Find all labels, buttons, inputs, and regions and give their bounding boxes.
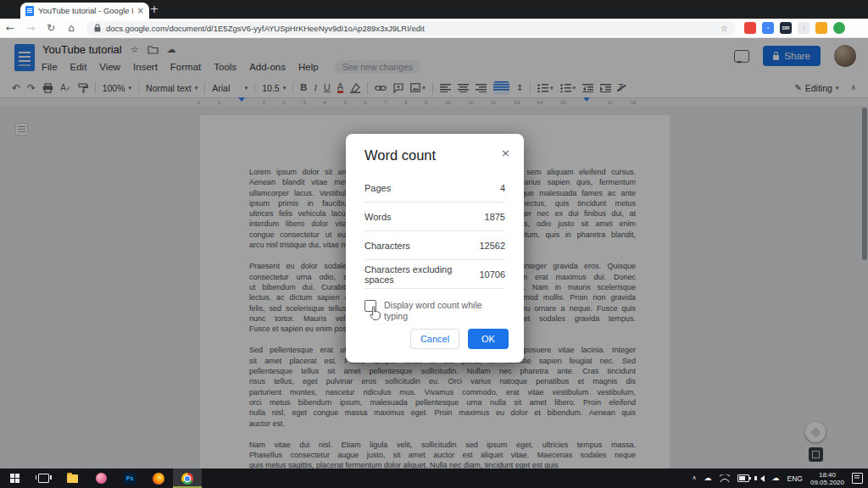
pink-app-icon	[96, 473, 107, 484]
windows-logo-icon	[10, 474, 19, 483]
task-view-icon	[38, 474, 49, 483]
cloud-app-icon[interactable]: ☁	[772, 474, 780, 482]
clock[interactable]: 18:40 09.05.2020	[810, 471, 844, 486]
start-button[interactable]	[0, 469, 29, 488]
lock-icon	[94, 24, 101, 32]
action-center-icon[interactable]	[852, 473, 863, 484]
extension-orange-icon[interactable]	[815, 22, 827, 34]
browser-toolbar: ← → ↻ ⌂ docs.google.com/document/d/1E5Zg…	[0, 19, 868, 38]
task-view-button[interactable]	[29, 469, 58, 488]
extension-blue-icon[interactable]: •	[762, 22, 774, 34]
folder-icon	[67, 474, 78, 483]
extension-dr-icon[interactable]: DR	[780, 22, 792, 34]
extension-green-icon[interactable]	[833, 22, 845, 34]
photoshop-icon: Ps	[124, 473, 136, 485]
cancel-button[interactable]: Cancel	[410, 329, 459, 349]
tray-chevron-up-icon[interactable]: ∧	[692, 475, 696, 481]
ok-button[interactable]: OK	[468, 329, 509, 349]
pink-app-button[interactable]	[86, 469, 115, 488]
row-characters: Characters 12562	[364, 231, 505, 260]
extension-icons: •DR↓	[744, 22, 845, 34]
tab-title: YouTube tutorial - Google Docs	[38, 6, 133, 15]
tray-time: 18:40	[819, 471, 836, 479]
firefox-button[interactable]	[144, 469, 173, 488]
file-explorer-button[interactable]	[58, 469, 86, 488]
tab-close-icon[interactable]: ×	[137, 6, 144, 15]
row-characters-excluding-spaces: Characters excluding spaces 10706	[364, 260, 505, 289]
volume-icon[interactable]	[757, 475, 765, 482]
dialog-title: Word count	[364, 147, 505, 164]
bookmark-star-icon[interactable]: ☆	[721, 24, 728, 33]
tray-date: 09.05.2020	[810, 479, 844, 486]
browser-tab-strip: YouTube tutorial - Google Docs × +	[0, 0, 868, 19]
word-count-rows: Pages 4 Words 1875 Characters 12562 Char…	[364, 174, 505, 289]
url-text: docs.google.com/document/d/1E5ZgsV6-yyfA…	[106, 24, 715, 33]
row-label: Words	[364, 212, 392, 222]
firefox-icon	[153, 473, 164, 485]
row-pages: Pages 4	[364, 174, 505, 202]
row-value: 4	[500, 183, 505, 193]
cursor-pointer-icon	[368, 305, 382, 321]
battery-icon[interactable]	[737, 474, 749, 482]
word-count-dialog: Word count × Pages 4 Words 1875 Characte…	[346, 134, 524, 363]
language-indicator[interactable]: ENG	[787, 474, 803, 483]
taskbar: Ps ∧ ☁ ☁ ENG 18:40 09.05.2020	[0, 469, 868, 488]
photoshop-button[interactable]: Ps	[115, 469, 144, 488]
address-bar[interactable]: docs.google.com/document/d/1E5ZgsV6-yyfA…	[86, 21, 736, 36]
row-label: Characters excluding spaces	[364, 264, 479, 285]
extension-red-icon[interactable]	[744, 22, 756, 34]
screen: YouTube tutorial - Google Docs × + ← → ↻…	[0, 0, 868, 488]
system-tray: ∧ ☁ ☁ ENG 18:40 09.05.2020	[692, 471, 868, 486]
new-tab-button[interactable]: +	[146, 2, 163, 17]
onedrive-cloud-icon[interactable]: ☁	[704, 474, 712, 482]
home-icon[interactable]: ⌂	[61, 22, 81, 34]
checkbox-label: Display word count while typing	[384, 300, 505, 322]
row-label: Pages	[364, 183, 391, 193]
row-value: 10706	[479, 269, 505, 280]
row-words: Words 1875	[364, 202, 505, 231]
browser-tab[interactable]: YouTube tutorial - Google Docs ×	[20, 3, 149, 19]
row-value: 1875	[485, 212, 505, 222]
row-label: Characters	[364, 241, 410, 251]
chrome-button[interactable]	[173, 469, 202, 488]
extension-download-icon[interactable]: ↓	[798, 22, 810, 34]
forward-icon[interactable]: →	[20, 22, 41, 34]
chrome-icon	[181, 473, 193, 485]
row-value: 12562	[479, 241, 505, 251]
back-icon[interactable]: ←	[0, 22, 20, 34]
close-icon[interactable]: ×	[501, 147, 510, 158]
docs-favicon-icon	[25, 6, 34, 16]
reload-icon[interactable]: ↻	[41, 22, 61, 34]
wifi-icon[interactable]	[720, 474, 730, 482]
